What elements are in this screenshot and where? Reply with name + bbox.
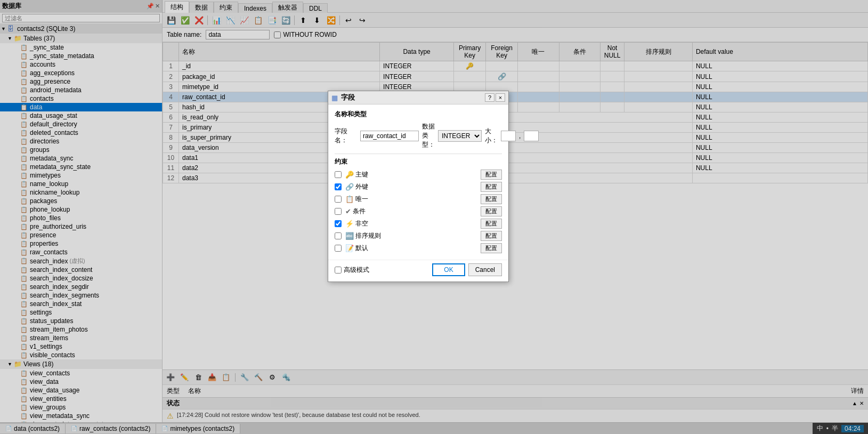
- tb-btn5[interactable]: 📑: [265, 14, 278, 26]
- table-item[interactable]: ▶ 📋 deleted_contacts: [0, 128, 162, 137]
- collate-checkbox[interactable]: [335, 232, 342, 239]
- table-item[interactable]: ▶ 📋 properties: [0, 239, 162, 248]
- col-row-1[interactable]: 1 _id INTEGER 🔑 NULL: [163, 61, 868, 71]
- table-item[interactable]: ▶ 📋 metadata_sync_state: [0, 163, 162, 171]
- advanced-mode-checkbox[interactable]: [335, 267, 342, 274]
- modal-help-btn[interactable]: ?: [485, 93, 494, 102]
- col-row-9[interactable]: 9 data_version NULL: [163, 143, 868, 153]
- col-copy-btn[interactable]: 📋: [220, 372, 232, 383]
- status-expand-icon[interactable]: ▲: [852, 400, 857, 406]
- table-item[interactable]: ▶ 📋 stream_items: [0, 334, 162, 342]
- view-item[interactable]: ▶ 📋 view_data: [0, 377, 162, 386]
- table-item[interactable]: ▶ 📋 agg_presence: [0, 77, 162, 86]
- tab-data[interactable]: 数据: [189, 2, 214, 13]
- tables-header[interactable]: ▼ 📁 Tables (37): [0, 34, 162, 43]
- tab-triggers[interactable]: 触发器: [272, 2, 303, 13]
- notnull-checkbox[interactable]: [335, 220, 342, 227]
- tb-add-col-btn[interactable]: 📊: [210, 14, 223, 26]
- pk-config-btn[interactable]: 配置: [481, 170, 502, 180]
- fk-checkbox[interactable]: [335, 183, 342, 190]
- tb-undo-btn[interactable]: ↩: [342, 14, 355, 26]
- table-item[interactable]: ▶ 📋 raw_contacts: [0, 248, 162, 256]
- without-rowid-checkbox[interactable]: [274, 31, 281, 38]
- col-row-10[interactable]: 10 data1 NULL: [163, 153, 868, 163]
- col-row-11[interactable]: 11 data2 NULL: [163, 163, 868, 173]
- tb-redo-btn[interactable]: ↪: [356, 14, 369, 26]
- col-row-12[interactable]: 12 data3: [163, 173, 868, 183]
- col-insert-btn[interactable]: 📥: [206, 372, 218, 383]
- view-item[interactable]: ▶ 📋 view_groups: [0, 403, 162, 412]
- table-item[interactable]: ▶ 📋 status_updates: [0, 317, 162, 325]
- tb-insert-col-btn[interactable]: 📉: [224, 14, 237, 26]
- col-btn8[interactable]: ⚙: [266, 372, 278, 383]
- filter-input[interactable]: [2, 14, 160, 22]
- table-item[interactable]: ▶ 📋 groups: [0, 146, 162, 154]
- col-btn6[interactable]: 🔧: [239, 372, 250, 383]
- tab-constraints[interactable]: 约束: [214, 2, 238, 13]
- advanced-mode-label[interactable]: 高级模式: [335, 266, 369, 275]
- table-item[interactable]: ▶ 📋 visible_contacts: [0, 351, 162, 359]
- table-item[interactable]: ▶ 📋 search_index_stat: [0, 300, 162, 308]
- view-item[interactable]: ▶ 📋 view_metadata_sync: [0, 412, 162, 420]
- fk-config-btn[interactable]: 配置: [481, 182, 502, 192]
- col-row-2[interactable]: 2 package_id INTEGER 🔗 NULL: [163, 71, 868, 82]
- default-config-btn[interactable]: 配置: [481, 243, 502, 253]
- table-item[interactable]: ▶ 📋 nickname_lookup: [0, 188, 162, 197]
- tab-ddl[interactable]: DDL: [303, 3, 328, 13]
- tab-indexes[interactable]: Indexes: [238, 3, 272, 13]
- status-close-icon[interactable]: ✕: [859, 400, 864, 406]
- bottom-tab-2[interactable]: 📄 raw_contacts (contacts2): [66, 424, 156, 433]
- tb-btn9[interactable]: 🔀: [325, 14, 337, 26]
- field-name-input[interactable]: [360, 131, 419, 141]
- modal-cancel-btn[interactable]: Cancel: [468, 263, 502, 276]
- collate-config-btn[interactable]: 配置: [481, 231, 502, 241]
- bottom-tab-3[interactable]: 📄 mimetypes (contacts2): [156, 424, 240, 433]
- tb-cancel-btn[interactable]: ❌: [192, 14, 205, 26]
- views-header[interactable]: ▼ 📁 Views (18): [0, 359, 162, 369]
- table-item[interactable]: ▶ 📋 default_directory: [0, 120, 162, 128]
- table-item[interactable]: ▶ 📋 search_index_segdir: [0, 283, 162, 291]
- col-btn9[interactable]: 🔩: [280, 372, 292, 383]
- table-item[interactable]: ▶ 📋 mimetypes: [0, 171, 162, 180]
- table-item[interactable]: ▶ 📋 metadata_sync: [0, 154, 162, 163]
- tree-root-node[interactable]: ▼ 🗄 contacts2 (SQLite 3): [0, 24, 162, 34]
- pk-checkbox[interactable]: [335, 171, 342, 178]
- unique-checkbox[interactable]: [335, 196, 342, 203]
- size-input1[interactable]: [501, 131, 516, 141]
- table-item[interactable]: ▶ 📋 accounts: [0, 60, 162, 69]
- col-btn7[interactable]: 🔨: [253, 372, 264, 383]
- modal-close-btn[interactable]: ×: [496, 93, 505, 102]
- col-row-5[interactable]: 5 hash_id NULL: [163, 102, 868, 112]
- tb-check-btn[interactable]: ✅: [179, 14, 191, 26]
- left-panel-pin-icon[interactable]: 📌: [147, 3, 154, 10]
- col-delete-btn[interactable]: 🗑: [192, 372, 204, 383]
- bottom-tab-1[interactable]: 📄 data (contacts2): [0, 424, 66, 433]
- table-item[interactable]: ▶ 📋 settings: [0, 308, 162, 317]
- data-type-select[interactable]: INTEGER TEXT REAL BLOB NUMERIC NONE: [438, 130, 482, 142]
- table-item-selected[interactable]: ▶ 📋 data: [0, 103, 162, 111]
- tb-save-btn[interactable]: 💾: [165, 14, 177, 26]
- table-item[interactable]: ▶ 📋 packages: [0, 197, 162, 205]
- view-item[interactable]: ▶ 📋 view_entities: [0, 395, 162, 403]
- table-item[interactable]: ▶ 📋 search_index_docsize: [0, 274, 162, 283]
- tb-remove-col-btn[interactable]: 📈: [238, 14, 250, 26]
- tb-move-up-btn[interactable]: ⬆: [297, 14, 310, 26]
- table-item[interactable]: ▶ 📋 android_metadata: [0, 86, 162, 94]
- table-item[interactable]: ▶ 📋 _sync_state_metadata: [0, 52, 162, 60]
- col-row-6[interactable]: 6 is_read_only NULL: [163, 112, 868, 123]
- table-item[interactable]: ▶ 📋 search_index_content: [0, 266, 162, 274]
- left-panel-close-icon[interactable]: ✕: [155, 3, 160, 10]
- tb-move-down-btn[interactable]: ⬇: [311, 14, 323, 26]
- view-item[interactable]: ▶ 📋 view_contacts: [0, 369, 162, 377]
- table-item[interactable]: ▶ 📋 search_index_segments: [0, 291, 162, 300]
- table-item[interactable]: ▶ 📋 photo_files: [0, 214, 162, 222]
- without-rowid-label[interactable]: WITHOUT ROWID: [274, 31, 336, 38]
- view-item[interactable]: ▶ 📋 view_data_usage: [0, 386, 162, 395]
- table-item[interactable]: ▶ 📋 data_usage_stat: [0, 111, 162, 120]
- notnull-config-btn[interactable]: 配置: [481, 219, 502, 229]
- check-config-btn[interactable]: 配置: [481, 206, 502, 216]
- tab-structure[interactable]: 结构: [165, 1, 189, 13]
- table-item[interactable]: ▶ 📋 agg_exceptions: [0, 69, 162, 77]
- table-item[interactable]: ▶ 📋 pre_authorized_uris: [0, 222, 162, 231]
- status-header[interactable]: 状态 ▲ ✕: [163, 398, 868, 409]
